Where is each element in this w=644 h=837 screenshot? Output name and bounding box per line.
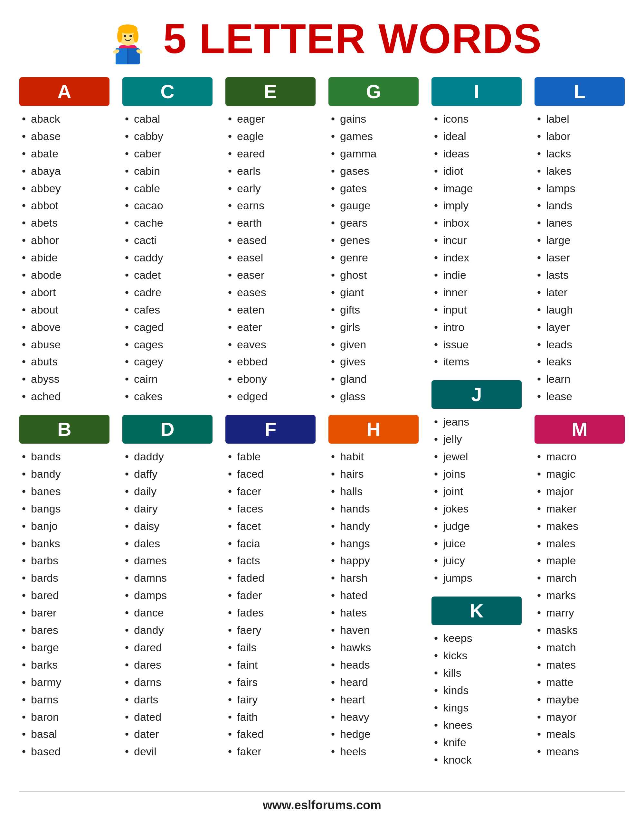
list-item: eagle	[225, 128, 315, 145]
list-item: abhor	[19, 232, 110, 249]
list-item: eared	[225, 145, 315, 162]
list-item: masks	[534, 622, 625, 639]
section-a: Aabackabaseabateabayaabbeyabbotabetsabho…	[19, 77, 110, 405]
page-title: 5 LETTER WORDS	[163, 15, 542, 63]
list-item: ached	[19, 388, 110, 405]
list-item: darns	[122, 674, 212, 691]
list-item: juicy	[432, 552, 522, 569]
list-item: means	[534, 743, 625, 760]
word-list-c: cabalcabbycabercabincablecacaocachecacti…	[122, 110, 212, 405]
list-item: marry	[534, 604, 625, 622]
word-list-b: bandsbandybanesbangsbanjobanksbarbsbards…	[19, 448, 110, 760]
list-item: intro	[432, 319, 522, 336]
letter-header-f: F	[225, 415, 315, 444]
list-item: bandy	[19, 466, 110, 483]
list-item: giant	[329, 284, 419, 301]
svg-point-4	[117, 30, 122, 43]
list-item: ebbed	[225, 353, 315, 371]
letter-header-g: G	[329, 77, 419, 106]
word-list-a: abackabaseabateabayaabbeyabbotabetsabhor…	[19, 110, 110, 405]
list-item: darts	[122, 691, 212, 709]
list-item: cairn	[122, 371, 212, 388]
list-item: gland	[329, 371, 419, 388]
list-item: joint	[432, 483, 522, 500]
list-item: barns	[19, 691, 110, 709]
list-item: ideal	[432, 128, 522, 145]
list-item: abuse	[19, 336, 110, 353]
list-item: fails	[225, 639, 315, 656]
header-illustration	[102, 13, 154, 64]
list-item: abate	[19, 145, 110, 162]
list-item: dared	[122, 639, 212, 656]
list-item: heads	[329, 656, 419, 674]
column-4: Ggainsgamesgammagasesgatesgaugegearsgene…	[329, 77, 419, 778]
list-item: early	[225, 180, 315, 197]
list-item: above	[19, 319, 110, 336]
letter-header-k: K	[432, 597, 522, 625]
list-item: fades	[225, 604, 315, 622]
list-item: learn	[534, 371, 625, 388]
list-item: faith	[225, 709, 315, 726]
list-item: knock	[432, 752, 522, 769]
list-item: glass	[329, 388, 419, 405]
section-c: Ccabalcabbycabercabincablecacaocachecact…	[122, 77, 212, 405]
list-item: cabal	[122, 110, 212, 128]
list-item: kicks	[432, 647, 522, 665]
list-item: based	[19, 743, 110, 760]
list-item: facet	[225, 518, 315, 535]
list-item: gauge	[329, 197, 419, 214]
list-item: match	[534, 639, 625, 656]
letter-header-l: L	[534, 77, 625, 106]
list-item: abbot	[19, 197, 110, 214]
list-item: jokes	[432, 500, 522, 518]
list-item: fader	[225, 587, 315, 604]
list-item: layer	[534, 319, 625, 336]
list-item: jumps	[432, 569, 522, 587]
list-item: cabby	[122, 128, 212, 145]
list-item: barbs	[19, 552, 110, 569]
list-item: barks	[19, 656, 110, 674]
list-item: abaya	[19, 162, 110, 180]
list-item: marks	[534, 587, 625, 604]
list-item: given	[329, 336, 419, 353]
list-item: label	[534, 110, 625, 128]
list-item: dames	[122, 552, 212, 569]
list-item: hates	[329, 604, 419, 622]
list-item: eater	[225, 319, 315, 336]
list-item: dandy	[122, 622, 212, 639]
list-item: barge	[19, 639, 110, 656]
list-item: lacks	[534, 145, 625, 162]
page-header: 5 LETTER WORDS	[19, 13, 625, 64]
list-item: abase	[19, 128, 110, 145]
section-f: Ffablefacedfacerfacesfacetfaciafactsfade…	[225, 415, 315, 760]
list-item: image	[432, 180, 522, 197]
section-i: Iiconsidealideasidiotimageimplyinboxincu…	[432, 77, 522, 371]
list-item: hands	[329, 500, 419, 518]
list-item: faker	[225, 743, 315, 760]
list-item: edged	[225, 388, 315, 405]
list-item: hawks	[329, 639, 419, 656]
word-list-j: jeansjellyjeweljoinsjointjokesjudgejuice…	[432, 414, 522, 587]
list-item: abets	[19, 214, 110, 232]
list-item: dairy	[122, 500, 212, 518]
list-item: laugh	[534, 301, 625, 319]
list-item: happy	[329, 552, 419, 569]
list-item: lanes	[534, 214, 625, 232]
list-item: abbey	[19, 180, 110, 197]
list-item: knees	[432, 717, 522, 734]
list-item: major	[534, 483, 625, 500]
letter-header-j: J	[432, 380, 522, 409]
list-item: matte	[534, 674, 625, 691]
column-1: Aabackabaseabateabayaabbeyabbotabetsabho…	[19, 77, 110, 778]
list-item: eases	[225, 284, 315, 301]
list-item: bands	[19, 448, 110, 466]
list-item: facer	[225, 483, 315, 500]
list-item: inner	[432, 284, 522, 301]
list-item: bards	[19, 569, 110, 587]
list-item: about	[19, 301, 110, 319]
list-item: caddy	[122, 249, 212, 267]
list-item: faery	[225, 622, 315, 639]
list-item: barmy	[19, 674, 110, 691]
list-item: barer	[19, 604, 110, 622]
list-item: bared	[19, 587, 110, 604]
